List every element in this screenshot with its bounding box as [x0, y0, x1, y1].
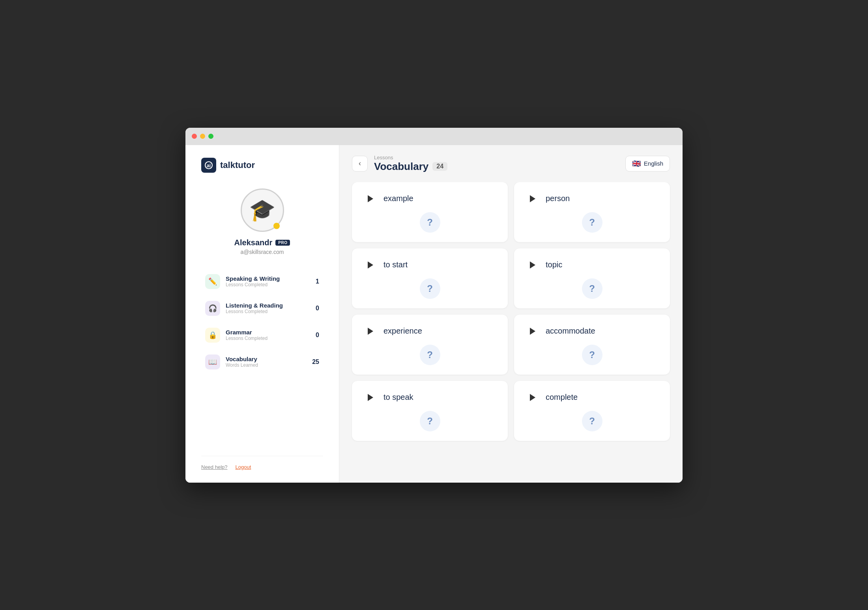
nav-item-grammar[interactable]: 🔒 Grammar Lessons Completed 0: [201, 323, 323, 347]
card-question-button[interactable]: ?: [582, 411, 602, 431]
nav-text-listening-reading: Listening & Reading Lessons Completed: [226, 302, 310, 314]
language-label: English: [644, 160, 663, 167]
vocab-card: person ?: [514, 182, 670, 242]
card-question-button[interactable]: ?: [582, 345, 602, 365]
card-word: topic: [546, 260, 562, 269]
play-button[interactable]: [363, 324, 377, 338]
card-question-button[interactable]: ?: [420, 278, 440, 299]
nav-label-grammar: Grammar: [226, 329, 310, 336]
card-top: to start: [363, 258, 497, 272]
card-word: person: [546, 194, 570, 203]
play-button[interactable]: [363, 192, 377, 206]
card-word: example: [383, 194, 413, 203]
avatar-badge: [273, 223, 280, 229]
nav-sublabel-listening-reading: Lessons Completed: [226, 309, 310, 314]
nav-count-vocabulary: 25: [312, 358, 319, 366]
window-body: ai talktutor 🎓 Aleksandr PRO a@skillsrac…: [185, 145, 683, 483]
play-button[interactable]: [525, 192, 539, 206]
vocab-card: example ?: [352, 182, 508, 242]
nav-sublabel-speaking-writing: Lessons Completed: [226, 282, 310, 287]
nav-label-vocabulary: Vocabulary: [226, 356, 307, 362]
nav-sublabel-grammar: Lessons Completed: [226, 336, 310, 341]
breadcrumb-section: Lessons Vocabulary 24: [374, 155, 447, 173]
grammar-icon: 🔒: [205, 328, 220, 343]
back-button[interactable]: ‹: [352, 156, 368, 172]
play-button[interactable]: [363, 258, 377, 272]
dot-yellow[interactable]: [200, 134, 205, 139]
vocab-card: complete ?: [514, 381, 670, 441]
nav-items: ✏️ Speaking & Writing Lessons Completed …: [201, 269, 323, 456]
language-button[interactable]: 🇬🇧 English: [625, 156, 670, 172]
logo-icon: ai: [201, 158, 216, 173]
vocab-count-badge: 24: [432, 162, 447, 171]
nav-sublabel-vocabulary: Words Learned: [226, 362, 307, 368]
page-title: Vocabulary 24: [374, 160, 447, 173]
nav-count-listening-reading: 0: [316, 305, 319, 312]
ai-icon: ai: [204, 161, 213, 170]
play-button[interactable]: [525, 258, 539, 272]
vocab-card: to start ?: [352, 248, 508, 308]
user-name: Aleksandr PRO: [234, 238, 290, 247]
play-button[interactable]: [525, 324, 539, 338]
user-email: a@skillsrace.com: [241, 249, 284, 255]
vocabulary-icon: 📖: [205, 354, 220, 369]
card-question-button[interactable]: ?: [420, 411, 440, 431]
vocab-card: to speak ?: [352, 381, 508, 441]
sidebar: ai talktutor 🎓 Aleksandr PRO a@skillsrac…: [185, 145, 339, 483]
card-question-button[interactable]: ?: [420, 345, 440, 365]
card-question-button[interactable]: ?: [582, 212, 602, 233]
pro-badge: PRO: [275, 240, 290, 246]
dot-green[interactable]: [208, 134, 213, 139]
card-question-button[interactable]: ?: [420, 212, 440, 233]
main-header: ‹ Lessons Vocabulary 24 🇬🇧 English: [339, 145, 683, 182]
card-word: experience: [383, 326, 422, 336]
vocab-card: experience ?: [352, 315, 508, 375]
card-top: experience: [363, 324, 497, 338]
card-top: complete: [525, 390, 659, 405]
nav-text-speaking-writing: Speaking & Writing Lessons Completed: [226, 275, 310, 287]
nav-count-speaking-writing: 1: [316, 278, 319, 285]
card-top: accommodate: [525, 324, 659, 338]
page-title-text: Vocabulary: [374, 160, 428, 173]
logo-text: talktutor: [220, 160, 255, 170]
card-top: example: [363, 192, 497, 206]
nav-item-speaking-writing[interactable]: ✏️ Speaking & Writing Lessons Completed …: [201, 269, 323, 294]
avatar-ring: 🎓: [241, 188, 284, 232]
card-question-button[interactable]: ?: [582, 278, 602, 299]
nav-count-grammar: 0: [316, 332, 319, 339]
nav-label-listening-reading: Listening & Reading: [226, 302, 310, 309]
header-left: ‹ Lessons Vocabulary 24: [352, 155, 447, 173]
logout-link[interactable]: Logout: [236, 464, 251, 470]
dot-red[interactable]: [192, 134, 197, 139]
avatar-emoji: 🎓: [249, 198, 275, 222]
nav-text-grammar: Grammar Lessons Completed: [226, 329, 310, 341]
main-content: ‹ Lessons Vocabulary 24 🇬🇧 English: [339, 145, 683, 483]
sidebar-footer: Need help? Logout: [201, 456, 323, 470]
app-window: ai talktutor 🎓 Aleksandr PRO a@skillsrac…: [185, 128, 683, 483]
logo: ai talktutor: [201, 158, 323, 173]
card-word: complete: [546, 393, 578, 402]
card-top: person: [525, 192, 659, 206]
help-link[interactable]: Need help?: [201, 464, 228, 470]
play-button[interactable]: [363, 390, 377, 405]
nav-item-vocabulary[interactable]: 📖 Vocabulary Words Learned 25: [201, 350, 323, 374]
card-word: to start: [383, 260, 408, 269]
card-top: topic: [525, 258, 659, 272]
user-name-text: Aleksandr: [234, 238, 273, 247]
listening-reading-icon: 🎧: [205, 301, 220, 316]
nav-item-listening-reading[interactable]: 🎧 Listening & Reading Lessons Completed …: [201, 296, 323, 321]
card-top: to speak: [363, 390, 497, 405]
titlebar: [185, 128, 683, 145]
vocab-card: topic ?: [514, 248, 670, 308]
card-word: accommodate: [546, 326, 595, 336]
avatar-section: 🎓 Aleksandr PRO a@skillsrace.com: [201, 188, 323, 255]
breadcrumb: Lessons: [374, 155, 447, 160]
vocab-card: accommodate ?: [514, 315, 670, 375]
vocab-cards-grid: example ? person ? to start: [339, 182, 683, 483]
play-button[interactable]: [525, 390, 539, 405]
nav-label-speaking-writing: Speaking & Writing: [226, 275, 310, 282]
nav-text-vocabulary: Vocabulary Words Learned: [226, 356, 307, 368]
svg-text:ai: ai: [207, 163, 211, 168]
flag-icon: 🇬🇧: [632, 159, 641, 168]
card-word: to speak: [383, 393, 413, 402]
